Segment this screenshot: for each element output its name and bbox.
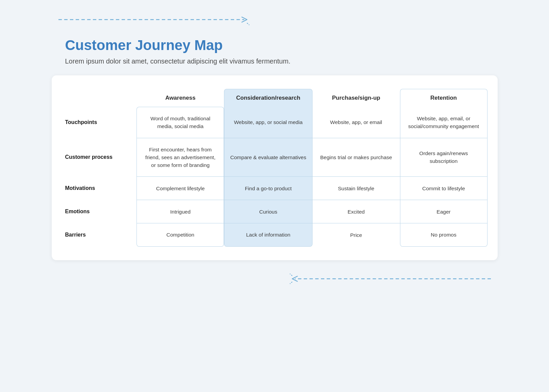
cell-motiv-col1: Complement lifestyle [136, 177, 224, 200]
cell-touchpoints-col2: Website, app, or social media [224, 107, 312, 138]
row-customer-process: Customer process First encounter, hears … [62, 138, 488, 177]
dashed-arrow-bottom [38, 267, 511, 291]
cell-motiv-col4: Commit to lifestyle [400, 177, 488, 200]
header-col3: Purchase/sign-up [313, 89, 400, 107]
row-emotions: Emotions Intrigued Curious Excited Eager [62, 200, 488, 223]
cell-process-col2: Compare & evaluate alternatives [224, 138, 312, 177]
cell-process-col1: First encounter, hears from friend, sees… [136, 138, 224, 177]
row-motivations: Motivations Complement lifestyle Find a … [62, 177, 488, 200]
cell-barr-col2: Lack of information [224, 223, 312, 246]
cell-touchpoints-col3: Website, app, or email [313, 107, 400, 138]
label-touchpoints: Touchpoints [62, 107, 137, 138]
svg-line-4 [290, 274, 292, 276]
header-col4: Retention [400, 89, 488, 107]
cell-emot-col4: Eager [400, 200, 488, 223]
cell-barr-col3: Price [313, 223, 400, 246]
top-arrow-svg [38, 10, 268, 30]
cell-emot-col1: Intrigued [136, 200, 224, 223]
row-touchpoints: Touchpoints Word of mouth, traditional m… [62, 107, 488, 138]
svg-line-3 [290, 282, 292, 284]
cell-motiv-col3: Sustain lifestyle [313, 177, 400, 200]
title-section: Customer Journey Map Lorem ipsum dolor s… [38, 37, 511, 65]
cell-motiv-col2: Find a go-to product [224, 177, 312, 200]
label-motivations: Motivations [62, 177, 137, 200]
header-row-label [62, 89, 137, 107]
page-wrapper: Customer Journey Map Lorem ipsum dolor s… [38, 0, 511, 311]
cell-process-col4: Orders again/renews subscription [400, 138, 488, 177]
journey-map-card: Awareness Consideration/research Purchas… [52, 75, 498, 260]
bottom-arrow-svg [268, 267, 511, 291]
cell-touchpoints-col1: Word of mouth, traditional media, social… [136, 107, 224, 138]
header-row: Awareness Consideration/research Purchas… [62, 89, 488, 107]
header-col2: Consideration/research [224, 89, 312, 107]
journey-table: Awareness Consideration/research Purchas… [62, 89, 488, 247]
cell-barr-col1: Competition [136, 223, 224, 246]
cell-emot-col3: Excited [313, 200, 400, 223]
page-subtitle: Lorem ipsum dolor sit amet, consectetur … [65, 57, 484, 65]
cell-process-col3: Begins trial or makes purchase [313, 138, 400, 177]
cell-touchpoints-col4: Website, app, email, or social/community… [400, 107, 488, 138]
dashed-arrow-top [38, 10, 511, 30]
label-customer-process: Customer process [62, 138, 137, 177]
svg-line-1 [247, 23, 249, 25]
label-barriers: Barriers [62, 223, 137, 246]
header-col1: Awareness [136, 89, 224, 107]
cell-emot-col2: Curious [224, 200, 312, 223]
row-barriers: Barriers Competition Lack of information… [62, 223, 488, 246]
cell-barr-col4: No promos [400, 223, 488, 246]
page-title: Customer Journey Map [65, 37, 484, 53]
label-emotions: Emotions [62, 200, 137, 223]
